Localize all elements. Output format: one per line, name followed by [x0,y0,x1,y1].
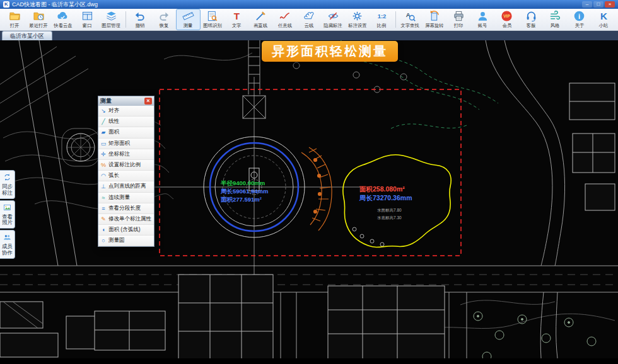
draw-line-icon [255,10,267,22]
circle-radius-label[interactable]: 半径9400.00mm [220,179,265,186]
dock-sync[interactable]: 同步标注 [0,170,15,199]
dock-label: 同步标注 [2,184,13,196]
tab-drawing[interactable]: 临沂市某小区 [2,31,52,40]
toolbar-item-recent[interactable]: 最近打开 [26,9,50,30]
tab-bar: 临沂市某小区 [0,31,618,40]
toolbar-item-layers[interactable]: 图层管理 [99,9,123,30]
toolbar-item-label: 标注设置 [348,22,366,28]
toolbar-item-account[interactable]: 账号 [470,9,494,30]
ratio-icon: 1:2 [376,10,388,22]
measure-item-icon: ◖ [100,227,107,233]
toolbar-item-open[interactable]: 打开 [3,9,26,30]
toolbar-item-print[interactable]: 打印 [446,9,470,30]
measure-item-label: 查看分段长度 [108,205,141,212]
svg-text:i: i [578,13,580,20]
measure-item-label: 修改单个标注属性 [108,215,151,223]
toolbar-item-site[interactable]: K小站 [592,9,615,30]
toolbar-item-findtext[interactable]: A文字查找 [398,9,422,30]
toolbar-item-undo[interactable]: 撤销 [128,9,152,30]
measure-item-6[interactable]: %设置标注比例 [98,160,154,171]
toolbar-item-recognize[interactable]: 图纸识别 [201,9,224,30]
toolbar-item-hidemark[interactable]: 隐藏标注 [321,9,345,30]
toolbar-item-measure[interactable]: 测量 [176,9,200,30]
measure-item-12[interactable]: ◖面积 (含弧线) [98,225,154,236]
measure-item-13[interactable]: ○测量圆 [98,236,154,246]
cad-canvas[interactable]: 半径9400.00mm 周长59061.94mm 面积277.591m² 面积2… [0,40,618,358]
pond-perimeter-label[interactable]: 周长73270.36mm [359,194,412,202]
toolbar-item-text[interactable]: T文字 [224,9,248,30]
toolbar-item-label: 文字查找 [401,22,419,28]
toolbar-item-ratio[interactable]: 1:2比例 [370,9,394,30]
about-icon: i [573,10,585,22]
title-bar: K CAD快速看图 - 临沂市某小区.dwg – □ × [0,0,618,9]
style-icon [549,10,561,22]
measure-item-7[interactable]: ◠弧长 [98,171,154,181]
measure-item-9[interactable]: ≈连续测量 [98,193,154,203]
measure-item-icon: ╱ [100,118,107,125]
measure-panel-title: 测量 [100,97,112,105]
measure-item-4[interactable]: ▭矩形面积 [98,139,154,149]
measure-item-label: 点到直线的距离 [108,183,146,190]
cloud-line-icon [303,10,315,22]
toolbar-item-label: 比例 [377,22,387,28]
toolbar-item-vip[interactable]: VIP会员 [495,9,519,30]
toolbar-item-label: 窗口 [83,22,92,28]
toolbar: 打开最近打开快看云盘窗口图层管理撤销恢复测量图纸识别T文字画直线任意线云线隐藏标… [0,9,618,31]
circle-area-label[interactable]: 面积277.591m² [221,196,262,203]
svg-text:K: K [600,11,607,21]
toolbar-item-label: 隐藏标注 [324,22,342,28]
maximize-button[interactable]: □ [593,1,603,8]
measure-item-icon: ≡ [100,205,107,212]
measure-panel-titlebar[interactable]: 测量 × [98,96,154,106]
team-icon [3,232,11,244]
close-button[interactable]: × [605,1,615,8]
measure-item-icon: ↘ [100,108,107,114]
toolbar-item-label: 测量 [184,22,193,28]
toolbar-item-label: 撤销 [135,22,144,28]
cloud-disk-icon [57,10,69,22]
open-folder-icon [9,10,21,22]
measure-item-3[interactable]: ▰面积 [98,127,154,138]
measure-panel-list: ↘对齐╱线性▰面积▭矩形面积✛坐标标注%设置标注比例◠弧长⊥点到直线的距离≈连续… [98,106,154,246]
circle-perimeter-label[interactable]: 周长59061.94mm [220,188,269,195]
dock-photo[interactable]: 查看照片 [0,200,15,229]
toolbar-item-cloud[interactable]: 快看云盘 [51,9,75,30]
measure-item-2[interactable]: ╱线性 [98,117,154,127]
toolbar-item-style[interactable]: 风格 [543,9,567,30]
toolbar-item-label: 图层管理 [102,22,120,28]
window-icon [81,10,93,22]
toolbar-item-window[interactable]: 窗口 [75,9,99,30]
toolbar-item-label: 恢复 [160,22,169,28]
toolbar-item-service[interactable]: 客服 [519,9,543,30]
toolbar-item-line[interactable]: 画直线 [248,9,272,30]
dock-label: 查看照片 [2,214,13,227]
measure-item-11[interactable]: ✎修改单个标注属性 [98,214,154,225]
pond-area-label[interactable]: 面积258.080m² [359,185,405,193]
measure-panel[interactable]: 测量 × ↘对齐╱线性▰面积▭矩形面积✛坐标标注%设置标注比例◠弧长⊥点到直线的… [98,96,154,247]
measure-icon [182,10,194,22]
panel-close-icon[interactable]: × [144,98,152,105]
toolbar-item-rotate[interactable]: 屏幕旋转 [423,9,446,30]
measure-item-8[interactable]: ⊥点到直线的距离 [98,181,154,192]
toolbar-item-label: 云线 [305,22,314,28]
toolbar-item-about[interactable]: i关于 [568,9,592,30]
measure-item-icon: ✛ [100,151,107,157]
pond-measurement[interactable]: 面积258.080m² 周长73270.36mm [359,185,412,202]
measure-item-label: 面积 [108,128,119,136]
water-bottom-note: 水底标高7.30 [377,215,402,220]
toolbar-item-redo[interactable]: 恢复 [152,9,176,30]
toolbar-item-label: 客服 [527,22,536,28]
toolbar-item-markset[interactable]: 标注设置 [346,9,370,30]
measure-item-5[interactable]: ✛坐标标注 [98,149,154,160]
measure-item-1[interactable]: ↘对齐 [98,106,154,117]
mark-settings-icon [351,10,363,22]
toolbar-item-cloudline[interactable]: 云线 [297,9,321,30]
building-blocks [0,83,615,358]
circle-measurement[interactable]: 半径9400.00mm 周长59061.94mm 面积277.591m² [220,179,269,203]
minimize-button[interactable]: – [582,1,592,8]
dock-team[interactable]: 成员协作 [0,230,15,259]
selection-rect[interactable] [160,89,461,256]
photo-icon [3,203,11,214]
measure-item-10[interactable]: ≡查看分段长度 [98,203,154,214]
toolbar-item-freeline[interactable]: 任意线 [273,9,297,30]
